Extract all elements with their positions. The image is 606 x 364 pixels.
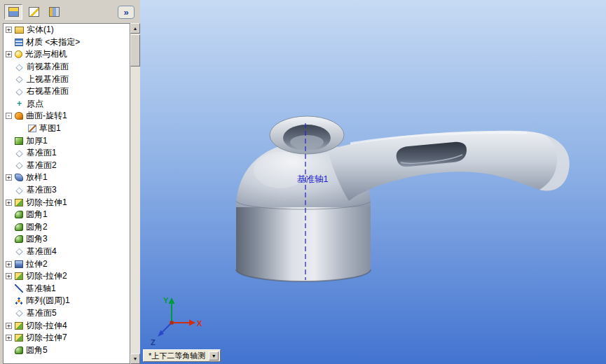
fillet-icon	[15, 223, 23, 231]
triad-x-label: X	[197, 319, 202, 328]
tree-scrollbar[interactable]: ▲ ▼	[130, 23, 140, 364]
tab-featuremanager[interactable]	[4, 4, 22, 20]
model-faucet-handle[interactable]	[236, 116, 570, 281]
orientation-triad: Y X Z	[151, 296, 202, 346]
tab-propertymanager[interactable]	[25, 4, 43, 20]
expand-toggle[interactable]: +	[6, 323, 12, 329]
tree-item-label: 原点	[27, 98, 43, 110]
expand-spacer	[6, 88, 12, 94]
expand-toggle[interactable]: +	[6, 261, 12, 267]
propertymanager-icon	[29, 7, 39, 17]
fillet-icon	[15, 235, 23, 243]
tree-item[interactable]: 草图1	[4, 122, 130, 135]
model-canvas[interactable]: 基准轴1 Y X Z	[140, 0, 606, 364]
tree-item-label: 上视基准面	[27, 74, 69, 85]
expand-spacer	[6, 298, 12, 304]
tree-item[interactable]: ◇上视基准面	[4, 73, 130, 85]
solid-bodies-folder-icon	[15, 27, 24, 34]
circular-pattern-icon	[15, 297, 23, 305]
tab-configurationmanager[interactable]	[45, 4, 63, 20]
tree-item[interactable]: +拉伸2	[4, 258, 130, 270]
plane-icon: ◇	[15, 88, 24, 96]
tree-item[interactable]: +切除-拉伸2	[4, 270, 130, 283]
lights-cameras-icon	[15, 50, 22, 58]
scrollbar-thumb[interactable]	[130, 34, 140, 66]
viewport-3d[interactable]: 基准轴1 Y X Z *上下二等角轴测 ▼	[140, 0, 606, 364]
manager-tabs	[4, 4, 63, 20]
fillet-icon	[15, 211, 23, 218]
plane-icon: ◇	[15, 161, 24, 169]
tree-item[interactable]: 基准轴1	[4, 282, 130, 295]
expand-toggle[interactable]: +	[6, 27, 12, 33]
cut-extrude-icon	[15, 199, 23, 206]
cut-extrude-icon	[15, 272, 23, 280]
tree-item-label: 基准轴1	[26, 283, 56, 295]
scroll-up-icon[interactable]: ▲	[130, 23, 140, 34]
expand-spacer	[6, 236, 12, 242]
tree-item-label: 阵列(圆周)1	[26, 295, 70, 307]
expand-spacer	[19, 125, 25, 132]
tree-item[interactable]: 圆角2	[4, 221, 130, 234]
tree-item[interactable]: 圆角5	[4, 344, 130, 356]
tree-item[interactable]: +放样1	[4, 172, 130, 184]
view-orientation-selector[interactable]: *上下二等角轴测 ▼	[143, 349, 221, 362]
tree-item[interactable]: ◇基准面1	[4, 147, 130, 160]
expand-spacer	[6, 76, 12, 83]
tree-item[interactable]: 圆角3	[4, 233, 130, 246]
expand-spacer	[6, 286, 12, 292]
chevron-down-icon[interactable]: ▼	[209, 351, 219, 360]
expand-toggle[interactable]: +	[6, 200, 12, 206]
tree-item[interactable]: +光源与相机	[4, 48, 130, 61]
expand-spacer	[6, 101, 12, 107]
tree-item-label: 实体(1)	[27, 24, 54, 36]
tree-item-label: 圆角5	[26, 344, 48, 356]
tree-item[interactable]: ◇基准面4	[4, 246, 130, 258]
tree-item[interactable]: +切除-拉伸1	[4, 196, 130, 209]
expand-spacer	[6, 150, 12, 156]
scroll-down-icon[interactable]: ▼	[130, 354, 140, 364]
view-orientation-label: *上下二等角轴测	[149, 351, 205, 361]
tree-item[interactable]: +原点	[4, 98, 130, 111]
tree-item[interactable]: +实体(1)	[4, 24, 130, 36]
expand-spacer	[6, 162, 12, 169]
expand-spacer	[6, 64, 12, 70]
tree-item[interactable]: -曲面-旋转1	[4, 110, 130, 122]
expand-toggle[interactable]: +	[6, 51, 12, 57]
tree-item-label: 圆角2	[26, 221, 48, 233]
tree-item-label: 右视基准面	[27, 85, 69, 97]
expand-toggle[interactable]: +	[6, 174, 12, 181]
tree-item-label: 加厚1	[26, 135, 48, 147]
tree-item-label: 基准面3	[27, 184, 57, 196]
tree-item[interactable]: +切除-拉伸7	[4, 332, 130, 344]
expand-spacer	[6, 211, 12, 218]
tree-item-label: 曲面-旋转1	[26, 110, 67, 122]
feature-tree[interactable]: +实体(1)材质 <未指定>+光源与相机◇前视基准面◇上视基准面◇右视基准面+原…	[3, 23, 130, 364]
axis-label: 基准轴1	[297, 174, 329, 184]
tree-item-label: 材质 <未指定>	[26, 36, 80, 48]
collapse-panel-button[interactable]: »	[118, 6, 135, 19]
tree-item[interactable]: ◇基准面5	[4, 307, 130, 320]
tree-item[interactable]: 阵列(圆周)1	[4, 295, 130, 307]
tree-item[interactable]: 材质 <未指定>	[4, 36, 130, 49]
tree-item[interactable]: ◇右视基准面	[4, 85, 130, 98]
tree-item[interactable]: ◇基准面3	[4, 184, 130, 197]
axis-icon	[15, 284, 23, 293]
tree-item-label: 基准面2	[27, 160, 57, 172]
expand-spacer	[6, 248, 12, 255]
plane-icon: ◇	[15, 309, 24, 317]
expand-toggle[interactable]: +	[6, 335, 12, 341]
tree-item-label: 圆角3	[26, 233, 48, 245]
tree-item-label: 切除-拉伸1	[26, 197, 67, 209]
expand-toggle[interactable]: +	[6, 273, 12, 279]
expand-toggle[interactable]: -	[6, 113, 12, 119]
plane-icon: ◇	[15, 186, 24, 195]
tree-item-label: 切除-拉伸7	[26, 332, 67, 344]
tree-item[interactable]: ◇前视基准面	[4, 61, 130, 74]
tree-item[interactable]: 加厚1	[4, 134, 130, 147]
solidworks-window: » +实体(1)材质 <未指定>+光源与相机◇前视基准面◇上视基准面◇右视基准面…	[0, 0, 606, 364]
material-icon	[15, 38, 23, 46]
tree-item[interactable]: ◇基准面2	[4, 160, 130, 172]
tree-item-label: 光源与相机	[25, 48, 67, 60]
tree-item[interactable]: +切除-拉伸4	[4, 319, 130, 332]
tree-item[interactable]: 圆角1	[4, 209, 130, 221]
